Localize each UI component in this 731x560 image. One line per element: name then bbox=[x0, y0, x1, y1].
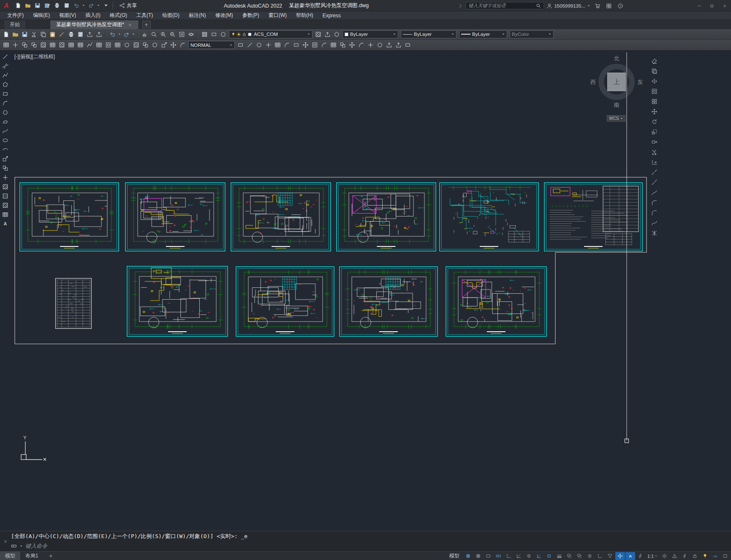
publish-button[interactable] bbox=[85, 30, 94, 39]
divide-button[interactable] bbox=[141, 41, 150, 49]
sheet-equipment-table[interactable] bbox=[56, 279, 92, 329]
apps-button[interactable] bbox=[604, 1, 613, 10]
point-button[interactable] bbox=[1, 173, 10, 182]
plot-button[interactable] bbox=[52, 1, 61, 10]
menu-draw[interactable]: 绘图(D) bbox=[158, 11, 184, 19]
match-properties-button[interactable] bbox=[57, 30, 66, 39]
arc-button[interactable] bbox=[1, 99, 10, 108]
layout1-tab[interactable]: 布局1 bbox=[20, 552, 43, 560]
bring-annotation-front-button[interactable] bbox=[39, 41, 48, 49]
status-annotation-visibility-button[interactable]: A bbox=[625, 552, 635, 560]
status-ortho-mode-button[interactable] bbox=[504, 552, 514, 560]
polyline-button[interactable] bbox=[1, 71, 10, 80]
materials-button[interactable] bbox=[320, 41, 329, 49]
units-tool-button[interactable] bbox=[403, 41, 412, 49]
viewcube-west[interactable]: 西 bbox=[590, 78, 596, 86]
layer-previous-button[interactable] bbox=[219, 30, 228, 39]
measure-tool-button[interactable] bbox=[150, 41, 159, 49]
help-search-input[interactable]: 键入关键字或短语 bbox=[466, 2, 544, 9]
status-graphics-performance-button[interactable] bbox=[710, 552, 720, 560]
color-combo-caret-icon[interactable] bbox=[393, 32, 396, 36]
ellipse-arc-button[interactable] bbox=[1, 145, 10, 154]
create-block-button[interactable] bbox=[169, 41, 178, 49]
redo-history-dropdown[interactable] bbox=[131, 30, 136, 39]
status-lock-ui-button[interactable] bbox=[690, 552, 700, 560]
command-customize-caret-icon[interactable] bbox=[19, 544, 23, 548]
sheet-plan-2[interactable] bbox=[125, 183, 225, 251]
viewcube[interactable]: 北 南 西 东 上 bbox=[589, 54, 644, 110]
status-workspace-switching-button[interactable] bbox=[660, 552, 669, 560]
share-button[interactable]: 共享 bbox=[119, 2, 137, 9]
new-layout-button[interactable] bbox=[43, 552, 58, 560]
draw-order-front-button[interactable] bbox=[2, 41, 11, 49]
line-button[interactable] bbox=[1, 52, 10, 61]
wcs-dropdown[interactable]: WCS bbox=[607, 115, 625, 122]
open-folder-button[interactable] bbox=[11, 30, 20, 39]
status-autoscale-button[interactable] bbox=[636, 552, 645, 560]
region-button[interactable] bbox=[1, 201, 10, 210]
model-paper-toggle-button[interactable]: 模型 bbox=[446, 552, 463, 560]
menu-view[interactable]: 视图(V) bbox=[54, 11, 81, 19]
lights-button[interactable] bbox=[329, 41, 338, 49]
make-object-layer-current-button[interactable] bbox=[209, 30, 218, 39]
save-as-button[interactable] bbox=[43, 1, 52, 10]
extend-button[interactable] bbox=[650, 158, 659, 167]
status-lineweight-display-button[interactable] bbox=[554, 552, 564, 560]
help-button[interactable]: ? bbox=[616, 1, 625, 10]
zoom-previous-button[interactable] bbox=[168, 30, 177, 39]
section-plane-button[interactable] bbox=[357, 41, 366, 49]
status-gizmo-button[interactable] bbox=[615, 552, 625, 560]
viewcube-top-face[interactable]: 上 bbox=[607, 73, 626, 91]
status-dynamic-ucs-button[interactable] bbox=[595, 552, 605, 560]
dimension-button[interactable] bbox=[57, 41, 66, 49]
viewcube-south[interactable]: 南 bbox=[589, 101, 644, 109]
hatch-button[interactable] bbox=[1, 182, 10, 191]
sheet-plan-3[interactable] bbox=[231, 183, 331, 251]
join-button[interactable] bbox=[650, 188, 659, 197]
gradient-tool-button[interactable] bbox=[95, 41, 103, 49]
status-object-snap-tracking-button[interactable] bbox=[534, 552, 544, 560]
stretch-button[interactable] bbox=[650, 138, 659, 146]
save-button[interactable] bbox=[33, 1, 42, 10]
status-selection-filtering-button[interactable] bbox=[605, 552, 615, 560]
sheet-plan-8[interactable] bbox=[446, 267, 546, 336]
layer-off-button[interactable] bbox=[332, 30, 341, 39]
sheet-set-button[interactable] bbox=[283, 41, 291, 49]
command-input[interactable]: 键入命令 bbox=[11, 541, 731, 552]
redo-button[interactable] bbox=[122, 30, 131, 39]
app-store-button[interactable] bbox=[593, 1, 602, 10]
construction-line-button[interactable] bbox=[1, 62, 10, 70]
viewcube-north[interactable]: 北 bbox=[589, 55, 644, 62]
properties-button[interactable] bbox=[255, 41, 264, 49]
blend-curves-button[interactable] bbox=[650, 219, 659, 227]
status-3d-object-snap-button[interactable] bbox=[585, 552, 595, 560]
draw-order-below-button[interactable] bbox=[30, 41, 38, 49]
new-tab-button[interactable] bbox=[142, 21, 151, 28]
break-at-point-button[interactable] bbox=[650, 168, 659, 177]
status-snap-mode-button[interactable] bbox=[473, 552, 483, 560]
hatch-tool-button[interactable] bbox=[85, 41, 94, 49]
sheet-plan-1[interactable] bbox=[20, 183, 119, 251]
markup-button[interactable] bbox=[301, 41, 310, 49]
status-quick-properties-button[interactable] bbox=[680, 552, 690, 560]
table-button[interactable] bbox=[76, 41, 85, 49]
menu-window[interactable]: 窗口(W) bbox=[264, 11, 291, 19]
text-button[interactable] bbox=[48, 41, 57, 49]
undo-button[interactable] bbox=[108, 30, 117, 39]
new-file-button[interactable] bbox=[14, 1, 22, 10]
annotation-scale-button[interactable]: 1:1 bbox=[646, 554, 659, 559]
status-transparency-button[interactable] bbox=[565, 552, 574, 560]
osnap-settings-button[interactable] bbox=[375, 41, 384, 49]
close-tab-icon[interactable] bbox=[128, 22, 133, 27]
autocad-logo-icon[interactable]: A bbox=[0, 0, 13, 11]
polygon-button[interactable] bbox=[1, 80, 10, 89]
maximize-button[interactable] bbox=[706, 0, 718, 11]
save-button[interactable] bbox=[20, 30, 29, 39]
layer-combo-caret-icon[interactable] bbox=[307, 32, 310, 36]
paste-button[interactable] bbox=[48, 30, 57, 39]
menu-insert[interactable]: 插入(I) bbox=[81, 11, 105, 19]
multiline-text-button[interactable]: A bbox=[1, 219, 10, 228]
region-tool-button[interactable] bbox=[113, 41, 122, 49]
menu-help[interactable]: 帮助(H) bbox=[291, 11, 318, 19]
scale-button[interactable] bbox=[650, 127, 659, 136]
